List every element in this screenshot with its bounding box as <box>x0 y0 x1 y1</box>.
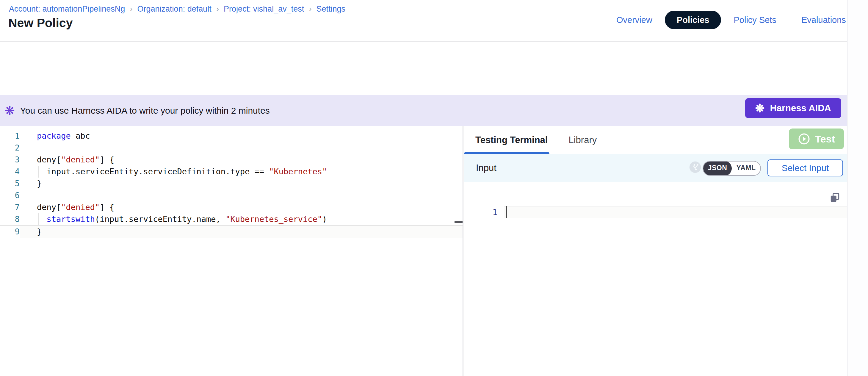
code-token-string: "Kubernetes_service" <box>225 215 322 224</box>
line-number: 4 <box>0 166 20 178</box>
breadcrumb-item[interactable]: Project: vishal_av_test <box>224 4 304 14</box>
code-line[interactable]: 7deny["denied"] { <box>0 201 463 213</box>
policy-code-editor[interactable]: 1package abc23deny["denied"] {4 input.se… <box>0 126 463 376</box>
aida-message-group: ❋ You can use Harness AIDA to write your… <box>5 105 270 117</box>
select-input-button[interactable]: Select Input <box>768 159 843 177</box>
breadcrumb-separator: › <box>130 4 132 14</box>
breadcrumb-item[interactable]: Organization: default <box>137 4 212 14</box>
line-number: 2 <box>0 142 20 154</box>
code-token-plain: } <box>37 227 42 236</box>
code-line[interactable]: 9} <box>0 225 463 238</box>
harness-aida-button[interactable]: ❋ Harness AIDA <box>745 98 841 118</box>
format-option-yaml[interactable]: YAML <box>732 161 760 176</box>
scrollbar-gutter[interactable] <box>847 0 868 376</box>
input-editor[interactable]: 1 <box>464 182 847 376</box>
input-editor-active-line[interactable] <box>504 206 847 218</box>
line-number: 6 <box>0 189 20 201</box>
code-line-content: deny["denied"] { <box>20 201 114 213</box>
code-line[interactable]: 5} <box>0 178 463 189</box>
line-number: 5 <box>0 178 20 189</box>
code-token-string: "Kubernetes" <box>269 167 327 176</box>
branch-circle-icon[interactable] <box>689 161 702 174</box>
code-line-content: } <box>20 226 42 238</box>
code-token-keyword: package <box>37 131 71 140</box>
code-line[interactable]: 2 <box>0 142 463 154</box>
nav-tab-overview[interactable]: Overview <box>604 11 665 29</box>
code-line-content: startswith(input.serviceEntity.name, "Ku… <box>20 213 327 225</box>
breadcrumb-item[interactable]: Settings <box>316 4 346 14</box>
aida-banner-message: You can use Harness AIDA to write your p… <box>20 105 270 116</box>
input-label: Input <box>476 163 496 174</box>
line-number: 1 <box>0 130 20 142</box>
line-number: 7 <box>0 201 20 213</box>
code-line[interactable]: 1package abc <box>0 130 463 142</box>
overview-ruler-cursor <box>455 221 463 223</box>
page-header: Account: automationPipelinesNg›Organizat… <box>0 0 847 42</box>
code-line[interactable]: 3deny["denied"] { <box>0 154 463 166</box>
text-cursor <box>506 206 506 218</box>
indent-guide <box>38 166 39 178</box>
breadcrumb: Account: automationPipelinesNg›Organizat… <box>9 4 345 14</box>
code-token-plain: abc <box>71 131 90 140</box>
new-policy-screen: Account: automationPipelinesNg›Organizat… <box>0 0 868 376</box>
code-token-plain: input.serviceEntity.serviceDefinition.ty… <box>37 167 269 176</box>
policy-bar: Default_Service_Policy Save <box>0 42 847 95</box>
code-line[interactable]: 6 <box>0 189 463 201</box>
code-line-content <box>20 142 37 154</box>
copy-icon[interactable] <box>829 192 841 203</box>
code-line-content: package abc <box>20 130 90 142</box>
line-number: 3 <box>0 154 20 166</box>
code-token-string: "denied" <box>61 155 100 164</box>
code-token-plain: ) <box>322 215 327 224</box>
flower-sparkle-icon: ❋ <box>5 105 15 117</box>
nav-tabs: OverviewPoliciesPolicy SetsEvaluations <box>604 11 859 29</box>
panel-divider[interactable] <box>463 126 463 376</box>
code-line-content: } <box>20 178 42 189</box>
code-token-string: "denied" <box>61 202 100 212</box>
page-title: New Policy <box>8 16 72 30</box>
breadcrumb-item[interactable]: Account: automationPipelinesNg <box>9 4 125 14</box>
indent-guide <box>38 213 39 225</box>
breadcrumb-separator: › <box>309 4 311 14</box>
testing-terminal-panel: Testing TerminalLibrary Test Input JSONY… <box>464 126 847 376</box>
terminal-tab-testing-terminal[interactable]: Testing Terminal <box>475 135 548 146</box>
format-toggle[interactable]: JSONYAML <box>703 161 761 176</box>
code-token-plain: ] { <box>100 202 114 212</box>
test-button[interactable]: Test <box>789 128 844 149</box>
code-line[interactable]: 8 startswith(input.serviceEntity.name, "… <box>0 213 463 225</box>
flower-sparkle-icon: ❋ <box>755 103 765 114</box>
code-line-content: input.serviceEntity.serviceDefinition.ty… <box>20 166 327 178</box>
code-token-plain: deny[ <box>37 202 61 212</box>
code-line[interactable]: 4 input.serviceEntity.serviceDefinition.… <box>0 166 463 178</box>
line-number: 8 <box>0 213 20 225</box>
line-number: 1 <box>464 207 497 218</box>
aida-banner: ❋ You can use Harness AIDA to write your… <box>0 95 847 126</box>
format-option-json[interactable]: JSON <box>703 161 732 176</box>
code-token-plain: deny[ <box>37 155 61 164</box>
nav-tab-policies[interactable]: Policies <box>665 11 721 29</box>
input-header-strip: Input JSONYAML Select Input <box>464 154 847 182</box>
code-token-plain: (input.serviceEntity.name, <box>95 215 225 224</box>
code-token-plain: ] { <box>100 155 114 164</box>
play-circle-icon <box>798 133 810 145</box>
nav-tab-evaluations[interactable]: Evaluations <box>789 11 859 29</box>
nav-tab-policy-sets[interactable]: Policy Sets <box>721 11 788 29</box>
harness-aida-button-label: Harness AIDA <box>770 103 831 114</box>
code-line-content <box>20 189 37 201</box>
code-token-keyword: startswith <box>47 215 95 224</box>
line-number: 9 <box>0 226 20 238</box>
code-line-content: deny["denied"] { <box>20 154 114 166</box>
terminal-tabs: Testing TerminalLibrary <box>475 126 597 154</box>
test-button-label: Test <box>815 133 835 145</box>
breadcrumb-separator: › <box>216 4 219 14</box>
code-token-plain: } <box>37 179 42 188</box>
terminal-tab-library[interactable]: Library <box>568 135 597 146</box>
